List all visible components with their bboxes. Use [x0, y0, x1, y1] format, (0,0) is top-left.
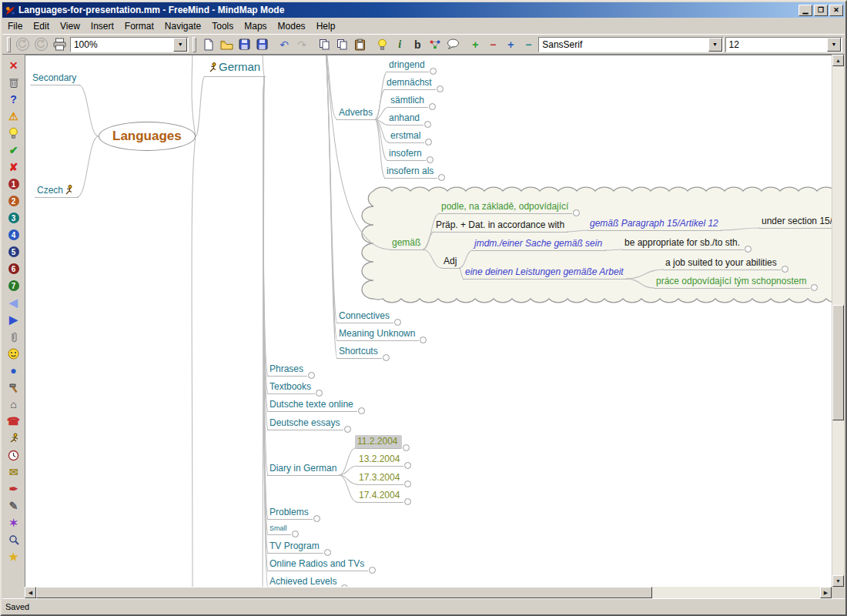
copy-icon[interactable]: [316, 36, 333, 53]
node-anhand[interactable]: anhand: [387, 112, 424, 126]
fold-handle[interactable]: [308, 372, 315, 379]
scroll-right-button[interactable]: ▶: [820, 587, 832, 598]
font-dropdown-arrow[interactable]: ▼: [708, 38, 722, 52]
new-map-icon[interactable]: [200, 36, 217, 53]
menu-help[interactable]: Help: [311, 18, 341, 34]
scroll-left-button[interactable]: ◀: [25, 587, 36, 598]
node-eine[interactable]: eine deinen Leistungen gemäße Arbeit: [463, 266, 628, 280]
close-button[interactable]: ✕: [829, 5, 843, 16]
menu-maps[interactable]: Maps: [239, 18, 272, 34]
scroll-down-button[interactable]: ▼: [832, 575, 844, 587]
fold-handle[interactable]: [782, 266, 788, 273]
node-achieved-levels[interactable]: Achieved Levels: [267, 575, 340, 587]
priority-7-icon[interactable]: 7: [5, 277, 22, 294]
fold-handle[interactable]: [313, 515, 320, 522]
warning-icon[interactable]: ⚠: [5, 108, 22, 125]
node-date1[interactable]: 11.2.2004: [355, 435, 402, 449]
fold-handle[interactable]: [358, 407, 365, 414]
redo-icon[interactable]: ↷: [293, 36, 310, 53]
toolbar-grip[interactable]: [7, 37, 11, 52]
node-date2[interactable]: 13.2.2004: [357, 453, 403, 467]
idea-icon[interactable]: [5, 125, 22, 142]
node-diary[interactable]: Diary in German: [267, 462, 340, 476]
stop-icon[interactable]: ✕: [5, 57, 22, 74]
node-jmdm[interactable]: jmdm./einer Sache gemäß sein: [472, 237, 606, 251]
node-podle[interactable]: podle, na základě, odpovídající: [439, 200, 572, 214]
menu-edit[interactable]: Edit: [28, 18, 55, 34]
menu-file[interactable]: File: [2, 18, 28, 34]
fold-handle[interactable]: [745, 246, 752, 253]
menu-format[interactable]: Format: [119, 18, 159, 34]
node-beapp[interactable]: be appropriate for sb./to sth.: [622, 236, 744, 250]
launch-icon[interactable]: [5, 430, 22, 447]
hammer-icon[interactable]: [5, 379, 22, 396]
phone-icon[interactable]: ☎: [5, 413, 22, 430]
node-tv-program[interactable]: TV Program: [267, 540, 323, 554]
cloud-bubble-icon[interactable]: [444, 36, 461, 53]
fold-handle[interactable]: [438, 174, 445, 181]
smiley-icon[interactable]: [5, 345, 22, 362]
node-ajob[interactable]: a job suited to your abilities: [663, 256, 781, 270]
horizontal-scrollbar[interactable]: ◀ ▶: [25, 587, 832, 598]
fold-handle[interactable]: [427, 156, 434, 163]
priority-3-icon[interactable]: 3: [5, 209, 22, 226]
mail-icon[interactable]: ✉: [5, 464, 22, 480]
fold-handle[interactable]: [394, 319, 401, 326]
node-praep[interactable]: Präp. + Dat. in accordance with: [434, 219, 568, 233]
menu-view[interactable]: View: [55, 18, 85, 34]
priority-1-icon[interactable]: 1: [5, 176, 22, 192]
node-gpara[interactable]: gemäß Paragraph 15/Artikel 12: [588, 217, 722, 231]
fold-handle[interactable]: [429, 103, 436, 110]
node-phrases[interactable]: Phrases: [267, 363, 307, 377]
fold-handle[interactable]: [403, 444, 410, 451]
copy-single-icon[interactable]: [333, 36, 350, 53]
node-connectives[interactable]: Connectives: [336, 310, 393, 323]
attach-icon[interactable]: [5, 328, 22, 345]
node-date4[interactable]: 17.4.2004: [357, 489, 403, 503]
node-problems[interactable]: Problems: [267, 506, 313, 520]
node-shortcuts[interactable]: Shortcuts: [336, 345, 382, 359]
italic-icon[interactable]: i: [391, 36, 408, 53]
idea-icon[interactable]: [373, 36, 390, 53]
star-icon[interactable]: ★: [5, 548, 22, 565]
node-dutsche[interactable]: Dutsche texte online: [267, 398, 357, 412]
node-essays[interactable]: Deutsche essays: [267, 417, 343, 430]
node-online-radios[interactable]: Online Radios and TVs: [267, 557, 368, 571]
forward-icon[interactable]: ▶: [5, 311, 22, 328]
node-small-node[interactable]: Small: [267, 524, 291, 535]
node-prace[interactable]: práce odpovídající tým schopnostem: [654, 275, 810, 289]
fold-handle[interactable]: [811, 284, 818, 291]
fold-handle[interactable]: [404, 480, 411, 487]
menu-modes[interactable]: Modes: [273, 18, 311, 34]
fold-handle[interactable]: [425, 139, 432, 146]
home-icon[interactable]: ⌂: [5, 396, 22, 413]
clock-icon[interactable]: [5, 447, 22, 464]
zoom-out-icon[interactable]: −: [484, 36, 501, 53]
link-graph-icon[interactable]: [427, 36, 444, 53]
node-dringend[interactable]: dringend: [387, 59, 429, 72]
mindmap-canvas[interactable]: SecondaryLanguagesCzechGermanAdverbsdrin…: [25, 55, 832, 587]
print-icon[interactable]: [52, 36, 69, 53]
fold-handle[interactable]: [383, 354, 390, 361]
save-map-icon[interactable]: [236, 36, 253, 53]
fold-handle[interactable]: [316, 390, 323, 397]
open-map-icon[interactable]: [218, 36, 235, 53]
fold-handle[interactable]: [404, 462, 411, 469]
node-textbooks[interactable]: Textbooks: [267, 380, 315, 394]
font-size-select[interactable]: 12 ▼: [725, 37, 842, 52]
save-as-icon[interactable]: [253, 36, 270, 53]
node-saemtlich[interactable]: sämtlich: [388, 94, 428, 108]
node-insofern-als[interactable]: insofern als: [384, 165, 437, 179]
vertical-scrollbar[interactable]: ▲ ▼: [832, 55, 844, 587]
size-dropdown-arrow[interactable]: ▼: [827, 38, 841, 52]
fold-handle[interactable]: [437, 85, 444, 92]
no-icon[interactable]: ✘: [5, 159, 22, 176]
zoom-in-icon[interactable]: +: [467, 36, 484, 53]
node-erstmal[interactable]: erstmal: [388, 129, 424, 143]
magnifier-icon[interactable]: [5, 531, 22, 548]
expand-node-icon[interactable]: +: [502, 36, 519, 53]
horizontal-scroll-thumb[interactable]: [36, 587, 652, 598]
node-gemaess[interactable]: gemäß: [390, 236, 424, 250]
priority-4-icon[interactable]: 4: [5, 226, 22, 243]
node-insofern[interactable]: insofern: [387, 147, 426, 161]
